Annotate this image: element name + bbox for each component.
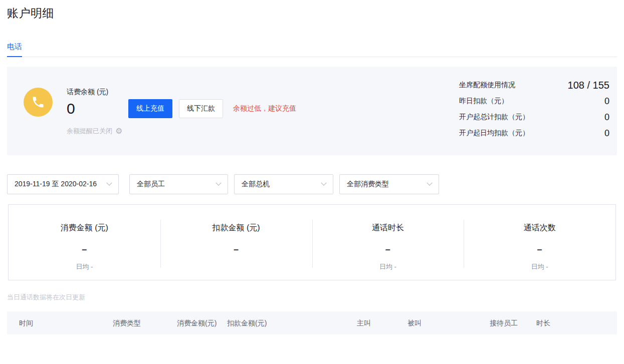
summary-value: – — [160, 244, 312, 255]
summary-daily-avg: 日均 - — [9, 262, 160, 271]
summary-daily-avg: 日均 - — [312, 262, 464, 271]
col-header-time: 时间 — [19, 311, 33, 334]
stat-row-daily-avg-deduction: 开户起日均扣款（元） 0 — [459, 125, 609, 141]
summary-title: 扣款金额 (元) — [160, 223, 312, 233]
col-header-deduct-amount: 扣款金额(元) — [227, 311, 267, 334]
balance-label: 话费余额 (元) — [67, 88, 296, 97]
balance-value: 0 — [67, 99, 128, 118]
low-balance-warning: 余额过低，建议充值 — [233, 104, 296, 113]
staff-select[interactable]: 全部员工 — [129, 174, 228, 194]
consume-type-select[interactable]: 全部消费类型 — [339, 174, 439, 194]
reminder-row: 余额提醒已关闭 ⚙ — [67, 127, 296, 136]
balance-row: 0 线上充值 线下汇款 余额过低，建议充值 — [67, 99, 296, 118]
summary-stats-box: 消费金额 (元) – 日均 - 扣款金额 (元) – 通话时长 – 日均 - 通… — [8, 204, 616, 280]
summary-call-count: 通话次数 – 日均 - — [464, 205, 615, 280]
call-records-table-header: 时间 消费类型 消费金额(元) 扣款金额(元) 主叫 被叫 接待员工 时长 — [7, 311, 617, 334]
tabbar: 电话 — [7, 42, 617, 57]
stat-value: 0 — [604, 96, 609, 107]
consume-type-value: 全部消费类型 — [347, 180, 389, 189]
stat-row-total-deduction: 开户起总计扣款（元） 0 — [459, 109, 609, 125]
summary-daily-avg — [160, 262, 312, 270]
col-header-staff: 接待员工 — [490, 311, 518, 334]
date-range-select[interactable]: 2019-11-19 至 2020-02-16 — [7, 174, 119, 194]
stat-value: 0 — [604, 128, 609, 139]
switchboard-value: 全部总机 — [242, 180, 270, 189]
chevron-down-icon — [427, 180, 432, 186]
page-title: 账户明细 — [7, 6, 54, 21]
col-header-callee: 被叫 — [407, 311, 422, 334]
summary-value: – — [9, 244, 160, 255]
date-range-value: 2019-11-19 至 2020-02-16 — [15, 180, 97, 189]
summary-daily-avg: 日均 - — [464, 262, 615, 271]
account-detail-page: 账户明细 电话 话费余额 (元) 0 线上充值 线下汇款 余额过低，建议充值 余… — [0, 0, 624, 364]
col-header-consume-type: 消费类型 — [113, 311, 141, 334]
col-header-duration: 时长 — [536, 311, 550, 334]
phone-icon — [24, 88, 53, 117]
stat-label: 昨日扣款（元） — [459, 97, 508, 106]
gear-icon[interactable]: ⚙ — [115, 127, 122, 135]
staff-value: 全部员工 — [137, 180, 165, 189]
chevron-down-icon — [216, 180, 221, 186]
stat-label: 开户起日均扣款（元） — [459, 129, 529, 138]
summary-consume-amount: 消费金额 (元) – 日均 - — [9, 205, 160, 280]
chevron-down-icon — [321, 180, 326, 186]
chevron-down-icon — [106, 180, 112, 186]
update-note: 当日通话数据将在次日更新 — [7, 293, 85, 302]
reminder-status-text: 余额提醒已关闭 — [67, 127, 112, 136]
account-stats: 坐席配额使用情况 108 / 155 昨日扣款（元） 0 开户起总计扣款（元） … — [459, 77, 609, 141]
stat-value: 108 / 155 — [568, 80, 609, 91]
summary-call-duration: 通话时长 – 日均 - — [312, 205, 464, 280]
stat-value: 0 — [604, 112, 609, 123]
stat-row-yesterday-deduction: 昨日扣款（元） 0 — [459, 93, 609, 109]
stat-label: 开户起总计扣款（元） — [459, 113, 529, 122]
col-header-consume-amount: 消费金额(元) — [177, 311, 217, 334]
recharge-online-button[interactable]: 线上充值 — [128, 99, 172, 118]
summary-deduct-amount: 扣款金额 (元) – — [160, 205, 312, 280]
summary-title: 消费金额 (元) — [9, 223, 160, 233]
summary-title: 通话时长 — [312, 223, 464, 233]
summary-value: – — [464, 244, 615, 255]
remit-offline-button[interactable]: 线下汇款 — [179, 99, 223, 118]
filter-bar: 2019-11-19 至 2020-02-16 全部员工 全部总机 全部消费类型 — [7, 174, 439, 194]
switchboard-select[interactable]: 全部总机 — [234, 174, 333, 194]
col-header-caller: 主叫 — [357, 311, 371, 334]
summary-title: 通话次数 — [464, 223, 615, 233]
stat-row-quota: 坐席配额使用情况 108 / 155 — [459, 77, 609, 93]
balance-card: 话费余额 (元) 0 线上充值 线下汇款 余额过低，建议充值 余额提醒已关闭 ⚙… — [7, 67, 617, 155]
tab-phone[interactable]: 电话 — [7, 42, 22, 57]
stat-label: 坐席配额使用情况 — [459, 81, 515, 90]
balance-info: 话费余额 (元) 0 线上充值 线下汇款 余额过低，建议充值 余额提醒已关闭 ⚙ — [67, 88, 296, 136]
summary-value: – — [312, 244, 464, 255]
